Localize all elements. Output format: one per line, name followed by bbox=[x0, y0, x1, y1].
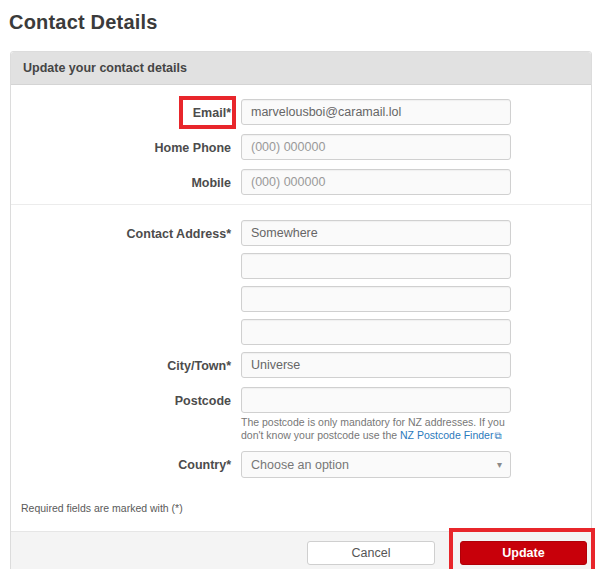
mobile-input[interactable] bbox=[241, 169, 511, 195]
form-footer: Cancel Update bbox=[11, 531, 591, 569]
page-title: Contact Details bbox=[9, 11, 600, 34]
address-line-4-input[interactable] bbox=[241, 319, 511, 345]
address-line-4-row bbox=[11, 319, 591, 345]
cancel-button[interactable]: Cancel bbox=[307, 541, 435, 565]
email-label-annotation: Email* bbox=[193, 106, 231, 120]
address-line-1-input[interactable] bbox=[241, 220, 511, 246]
contact-address-label: Contact Address* bbox=[11, 220, 231, 241]
email-input[interactable] bbox=[241, 99, 511, 125]
address-line-2-row bbox=[11, 253, 591, 279]
panel-header: Update your contact details bbox=[11, 52, 591, 85]
city-town-input[interactable] bbox=[241, 352, 511, 378]
home-phone-input[interactable] bbox=[241, 134, 511, 160]
nz-postcode-finder-link[interactable]: NZ Postcode Finder bbox=[400, 429, 493, 441]
city-town-label: City/Town* bbox=[11, 352, 231, 373]
country-select[interactable]: Choose an option ▾ bbox=[241, 451, 511, 478]
address-line-3-row bbox=[11, 286, 591, 312]
required-fields-note: Required fields are marked with (*) bbox=[21, 502, 591, 514]
address-line-3-input[interactable] bbox=[241, 286, 511, 312]
postcode-label: Postcode bbox=[11, 387, 231, 408]
address-line-2-input[interactable] bbox=[241, 253, 511, 279]
country-label: Country* bbox=[11, 451, 231, 472]
postcode-input[interactable] bbox=[241, 387, 511, 413]
home-phone-label: Home Phone bbox=[11, 134, 231, 155]
postcode-row: Postcode The postcode is only mandatory … bbox=[11, 387, 591, 442]
contact-details-panel: Update your contact details Email* Home … bbox=[10, 51, 592, 569]
external-link-icon: ⧉ bbox=[494, 430, 501, 441]
city-town-row: City/Town* bbox=[11, 352, 591, 378]
home-phone-row: Home Phone bbox=[11, 134, 591, 160]
update-button-annotation: Update bbox=[460, 541, 587, 565]
contact-details-form: Email* Home Phone Mobile Contact Address… bbox=[11, 85, 591, 531]
contact-address-row: Contact Address* bbox=[11, 220, 591, 246]
mobile-label: Mobile bbox=[11, 169, 231, 190]
email-row: Email* bbox=[11, 99, 591, 125]
country-select-value: Choose an option bbox=[251, 458, 349, 472]
country-row: Country* Choose an option ▾ bbox=[11, 451, 591, 478]
update-button[interactable]: Update bbox=[460, 541, 587, 565]
section-divider bbox=[11, 204, 591, 205]
email-label: Email* bbox=[193, 106, 231, 120]
email-label-cell: Email* bbox=[11, 99, 231, 120]
chevron-down-icon: ▾ bbox=[497, 459, 502, 470]
mobile-row: Mobile bbox=[11, 169, 591, 195]
postcode-help-text: The postcode is only mandatory for NZ ad… bbox=[241, 416, 513, 442]
